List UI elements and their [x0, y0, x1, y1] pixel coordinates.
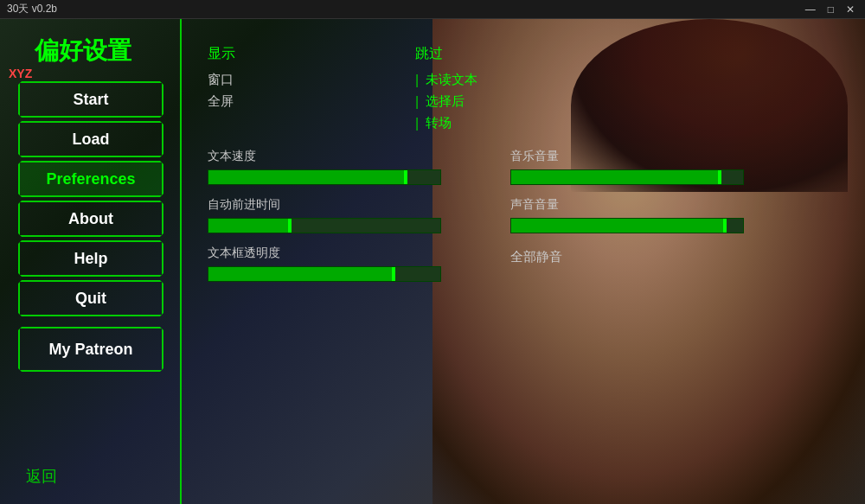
- auto-forward-group: 自动前进时间: [208, 197, 467, 233]
- text-opacity-label: 文本框透明度: [208, 246, 467, 261]
- music-volume-label: 音乐音量: [510, 149, 770, 164]
- skip-section: 跳过 | 未读文本 | 选择后 | 转场: [415, 45, 571, 131]
- sfx-volume-label: 声音音量: [510, 197, 770, 213]
- patreon-button[interactable]: My Patreon: [18, 327, 163, 372]
- window-title: 30天 v0.2b: [7, 2, 57, 16]
- main-content: XYZ 偏好设置 Start Load Preferences: [0, 19, 865, 504]
- text-opacity-group: 文本框透明度: [208, 246, 467, 282]
- sliders-area: 文本速度 自动前进时间: [208, 149, 839, 282]
- minimize-button[interactable]: —: [802, 3, 819, 16]
- nav-about-button[interactable]: About: [18, 201, 163, 237]
- skip-transition-label: 转场: [426, 115, 452, 131]
- preferences-panel: 显示 窗口 全屏 跳过 | 未读文本 |: [182, 19, 865, 504]
- text-speed-group: 文本速度: [208, 149, 467, 185]
- prefs-top-row: 显示 窗口 全屏 跳过 | 未读文本 |: [208, 45, 839, 131]
- auto-forward-label: 自动前进时间: [208, 197, 467, 213]
- page-title: 偏好设置: [35, 35, 131, 67]
- text-opacity-slider[interactable]: [208, 266, 441, 282]
- titlebar: 30天 v0.2b — □ ✕: [0, 0, 865, 19]
- skip-header: 跳过: [415, 45, 571, 63]
- skip-unread-option[interactable]: | 未读文本: [415, 72, 571, 88]
- nav-load-button[interactable]: Load: [18, 121, 163, 157]
- maximize-button[interactable]: □: [824, 3, 837, 16]
- sidebar: XYZ 偏好设置 Start Load Preferences: [0, 19, 182, 504]
- mute-all-button[interactable]: 全部静音: [510, 249, 770, 265]
- sfx-volume-slider[interactable]: [510, 218, 744, 233]
- left-sliders: 文本速度 自动前进时间: [208, 149, 467, 282]
- fullscreen-option[interactable]: 全屏: [208, 93, 363, 110]
- music-volume-slider[interactable]: [510, 169, 744, 185]
- auto-forward-slider[interactable]: [208, 218, 441, 233]
- nav-quit-button[interactable]: Quit: [18, 280, 163, 316]
- nav-help-button[interactable]: Help: [18, 240, 163, 277]
- text-speed-slider[interactable]: [208, 169, 441, 185]
- fullscreen-label: 全屏: [208, 93, 234, 110]
- sfx-volume-group: 声音音量: [510, 197, 770, 233]
- windowed-label: 窗口: [208, 72, 234, 88]
- back-button[interactable]: 返回: [26, 466, 57, 487]
- skip-after-choice-label: 选择后: [426, 93, 465, 110]
- nav-start-button[interactable]: Start: [18, 81, 163, 118]
- text-speed-label: 文本速度: [208, 149, 467, 164]
- skip-unread-label: 未读文本: [426, 72, 477, 88]
- nav-preferences-button[interactable]: Preferences: [18, 161, 163, 197]
- skip-transition-option[interactable]: | 转场: [415, 115, 571, 131]
- windowed-option[interactable]: 窗口: [208, 72, 363, 88]
- skip-after-choice-option[interactable]: | 选择后: [415, 93, 571, 110]
- window-controls: — □ ✕: [802, 3, 858, 16]
- display-header: 显示: [208, 45, 363, 63]
- xyz-label: XYZ: [9, 67, 32, 80]
- app-window: 30天 v0.2b — □ ✕ XYZ 偏好设置 Start Load: [0, 0, 865, 504]
- music-volume-group: 音乐音量: [510, 149, 770, 185]
- close-button[interactable]: ✕: [843, 3, 858, 16]
- display-section: 显示 窗口 全屏: [208, 45, 363, 131]
- right-sliders: 音乐音量 声音音量: [510, 149, 770, 282]
